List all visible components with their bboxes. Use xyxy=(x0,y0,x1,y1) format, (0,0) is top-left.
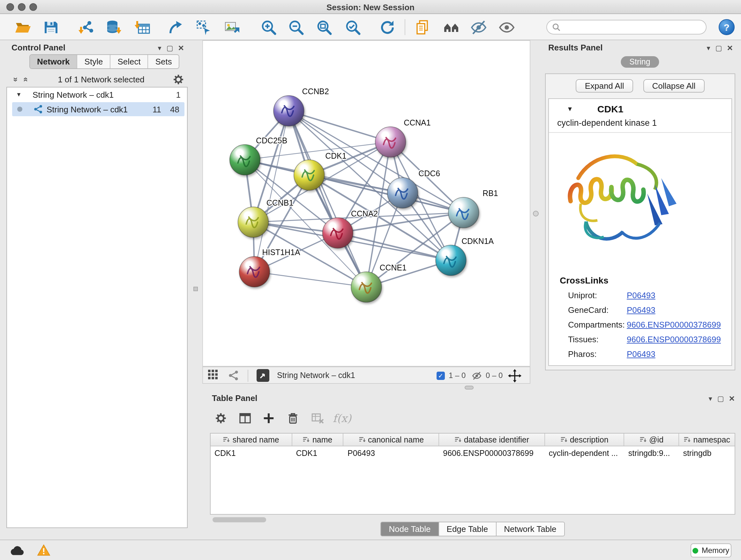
network-node-CDK1[interactable] xyxy=(294,160,325,191)
help-icon[interactable]: ? xyxy=(719,19,735,35)
string-network-icon xyxy=(34,105,43,114)
zoom-in-icon[interactable] xyxy=(260,18,277,36)
crosslink-link[interactable]: P06493 xyxy=(627,349,656,359)
network-canvas[interactable]: CCNB2CCNA1CDC25BCDK1CDC6RB1CCNB1CCNA2CDK… xyxy=(203,41,530,366)
crosslink-label: Tissues: xyxy=(568,334,627,344)
table-options-gear-icon[interactable] xyxy=(212,410,229,427)
network-node-CDC25B[interactable] xyxy=(230,145,260,175)
column-header[interactable]: database identifier xyxy=(439,434,545,446)
network-node-CCNA2[interactable] xyxy=(323,218,353,248)
import-network-from-database-icon[interactable] xyxy=(105,18,122,36)
show-columns-icon[interactable] xyxy=(237,410,253,427)
new-network-from-selection-icon[interactable] xyxy=(195,18,212,36)
save-session-icon[interactable] xyxy=(42,18,59,36)
network-edge-CCNB2-CCNE1[interactable] xyxy=(289,111,366,287)
zoom-selected-icon[interactable] xyxy=(344,18,361,36)
collapse-table-panel-icon[interactable]: ▾ xyxy=(709,394,712,402)
import-network-from-file-icon[interactable] xyxy=(78,18,95,36)
network-options-gear-icon[interactable] xyxy=(173,74,184,84)
network-status-dot xyxy=(17,107,22,112)
expand-all-button[interactable]: Expand All xyxy=(576,79,633,92)
warning-icon[interactable] xyxy=(37,544,51,559)
tab-node-table[interactable]: Node Table xyxy=(381,522,439,537)
tab-style[interactable]: Style xyxy=(77,55,111,68)
hidden-eye-slash-icon[interactable] xyxy=(472,371,482,383)
column-header[interactable]: name xyxy=(292,434,344,446)
column-header[interactable]: description xyxy=(545,434,624,446)
tab-edge-table[interactable]: Edge Table xyxy=(439,522,496,537)
float-results-icon[interactable]: ▢ xyxy=(716,43,722,52)
grid-view-icon[interactable] xyxy=(208,370,218,382)
refresh-layout-icon[interactable] xyxy=(379,18,396,36)
open-session-icon[interactable] xyxy=(14,18,31,36)
memory-button[interactable]: Memory xyxy=(690,543,731,557)
memory-status-dot xyxy=(693,548,698,553)
right-splitter-handle[interactable] xyxy=(533,211,539,216)
export-image-icon[interactable] xyxy=(223,18,240,36)
cell-canonical-name: P06493 xyxy=(344,449,439,457)
node-label-CCNB1: CCNB1 xyxy=(266,198,293,207)
zoom-out-icon[interactable] xyxy=(287,18,305,36)
tab-network-table[interactable]: Network Table xyxy=(496,522,564,537)
crosslink-row: Tissues: 9606.ENSP00000378699 xyxy=(549,332,731,347)
left-splitter-handle[interactable] xyxy=(193,287,198,291)
tab-network[interactable]: Network xyxy=(30,55,77,68)
cloud-status-icon[interactable] xyxy=(9,545,25,559)
birds-eye-view-icon[interactable] xyxy=(257,369,269,382)
collapse-panel-icon[interactable]: ▾ xyxy=(158,43,161,52)
expand-tree-icon[interactable]: » xyxy=(11,75,21,84)
show-all-eye-icon[interactable] xyxy=(498,18,515,36)
bottom-splitter-handle[interactable] xyxy=(465,386,474,389)
network-edge-CCNB2-CCNA1[interactable] xyxy=(289,111,391,142)
collapse-tree-icon[interactable]: » xyxy=(20,75,30,84)
column-header[interactable]: @id xyxy=(624,434,679,446)
network-node-CCNB2[interactable] xyxy=(273,96,304,126)
expander-icon[interactable]: ▼ xyxy=(16,91,23,98)
search-input[interactable] xyxy=(563,23,701,32)
close-panel-icon[interactable]: × xyxy=(178,43,184,52)
network-node-CDKN1A[interactable] xyxy=(435,245,466,275)
table-row[interactable]: CDK1 CDK1 P06493 9606.ENSP00000378699 cy… xyxy=(211,446,735,460)
home-overview-icon[interactable] xyxy=(442,18,460,36)
crosslink-link[interactable]: 9606.ENSP00000378699 xyxy=(627,320,721,329)
delete-column-trash-icon[interactable] xyxy=(285,410,301,427)
close-table-panel-icon[interactable]: × xyxy=(729,394,735,402)
collapse-all-button[interactable]: Collapse All xyxy=(643,79,704,92)
node-label-HIST1H1A: HIST1H1A xyxy=(262,248,300,257)
collapse-results-icon[interactable]: ▾ xyxy=(707,43,711,52)
annotations-icon[interactable] xyxy=(414,18,431,36)
column-header[interactable]: namespac xyxy=(679,434,735,446)
float-table-panel-icon[interactable]: ▢ xyxy=(718,394,724,402)
selected-count-checkbox[interactable]: ✓ xyxy=(436,372,445,380)
network-node-RB1[interactable] xyxy=(448,197,479,228)
string-results-box: Expand All Collapse All ▼ CDK1 cyclin-de… xyxy=(545,73,735,370)
hide-selected-icon[interactable] xyxy=(470,18,487,36)
tab-select[interactable]: Select xyxy=(111,55,148,68)
zoom-fit-icon[interactable] xyxy=(315,18,333,36)
network-collection-row[interactable]: ▼ String Network – cdk1 1 xyxy=(7,87,187,102)
close-results-icon[interactable]: × xyxy=(727,43,733,52)
add-column-icon[interactable] xyxy=(260,410,277,427)
network-neighbors-icon[interactable] xyxy=(167,18,185,36)
network-node-CCNA1[interactable] xyxy=(375,127,406,158)
fit-content-crosshair-icon[interactable] xyxy=(508,369,522,385)
crosslink-link[interactable]: P06493 xyxy=(627,305,656,315)
string-tab-badge[interactable]: String xyxy=(620,56,659,68)
column-header[interactable]: canonical name xyxy=(344,434,439,446)
network-row[interactable]: String Network – cdk1 11 48 xyxy=(12,102,185,116)
network-node-CCNB1[interactable] xyxy=(238,207,269,238)
crosslink-label: Uniprot: xyxy=(568,291,627,300)
crosslinks-list: Uniprot: P06493 GeneCard: P06493 Compart… xyxy=(549,288,731,361)
tab-sets[interactable]: Sets xyxy=(148,55,179,68)
network-edge-CCNE1-HIST1H1A[interactable] xyxy=(254,272,366,287)
column-header[interactable]: shared name xyxy=(211,434,292,446)
import-table-from-file-icon[interactable] xyxy=(134,18,151,36)
network-node-CCNE1[interactable] xyxy=(351,272,382,302)
float-panel-icon[interactable]: ▢ xyxy=(166,43,173,52)
network-share-icon[interactable] xyxy=(228,370,239,383)
entry-expander-icon[interactable]: ▼ xyxy=(567,105,573,112)
crosslink-link[interactable]: P06493 xyxy=(627,291,656,300)
network-node-CDC6[interactable] xyxy=(387,178,418,208)
crosslink-link[interactable]: 9606.ENSP00000378699 xyxy=(627,334,721,344)
network-node-HIST1H1A[interactable] xyxy=(239,256,270,287)
